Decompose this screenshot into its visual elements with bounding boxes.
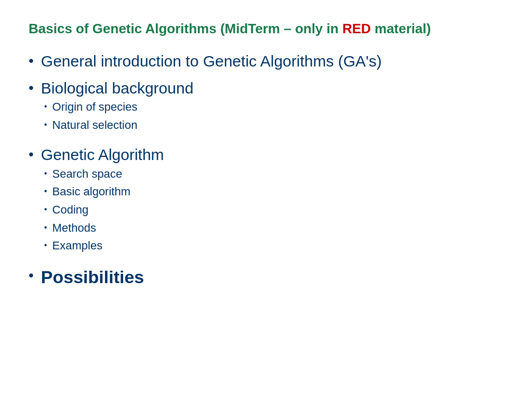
bullet-icon: •	[29, 81, 34, 95]
bullet-icon: •	[44, 121, 47, 129]
bullet-icon: •	[44, 205, 47, 214]
list-item: • Basic algorithm	[44, 184, 130, 200]
item-text: General introduction to Genetic Algorith…	[41, 51, 382, 71]
list-item: • Search space	[44, 167, 130, 182]
list-item: • General introduction to Genetic Algori…	[29, 51, 503, 71]
sub-list: • Search space • Basic algorithm • Codin…	[44, 167, 130, 257]
list-item: • Biological background • Origin of spec…	[29, 78, 503, 138]
bullet-icon: •	[29, 54, 34, 68]
bullet-icon: •	[44, 169, 47, 178]
item-text: Search space	[52, 167, 123, 182]
title-prefix: Basics of Genetic Algorithms (MidTerm – …	[29, 21, 342, 36]
list-item: • Methods	[44, 221, 130, 236]
item-text: Examples	[52, 238, 103, 254]
list-item: • Coding	[44, 203, 130, 218]
slide: Basics of Genetic Algorithms (MidTerm – …	[0, 0, 532, 399]
list-item: • Natural selection	[44, 118, 137, 133]
bullet-icon: •	[29, 268, 34, 283]
level1-row: • Genetic Algorithm	[29, 145, 164, 165]
level1-row: • Biological background	[29, 78, 193, 98]
content-area: • General introduction to Genetic Algori…	[29, 51, 503, 295]
title-suffix: material)	[371, 21, 431, 36]
item-text: Natural selection	[52, 118, 138, 133]
item-text: Coding	[52, 203, 89, 218]
list-item: • Possibilities	[29, 266, 503, 288]
list-item: • Examples	[44, 238, 130, 254]
item-text: Possibilities	[41, 266, 144, 288]
item-text: Basic algorithm	[52, 184, 130, 200]
item-text: Biological background	[41, 78, 194, 98]
title-red-word: RED	[342, 21, 371, 36]
sub-list: • Origin of species • Natural selection	[44, 100, 137, 136]
bullet-icon: •	[44, 241, 47, 249]
item-text: Origin of species	[52, 100, 138, 115]
slide-title: Basics of Genetic Algorithms (MidTerm – …	[29, 21, 503, 37]
bullet-icon: •	[29, 147, 34, 162]
item-text: Methods	[52, 221, 96, 236]
bullet-icon: •	[44, 187, 47, 195]
item-text: Genetic Algorithm	[41, 145, 164, 165]
list-item: • Origin of species	[44, 100, 137, 115]
bullet-icon: •	[44, 102, 47, 111]
list-item: • Genetic Algorithm • Search space • Bas…	[29, 145, 503, 258]
bullet-icon: •	[44, 223, 47, 232]
